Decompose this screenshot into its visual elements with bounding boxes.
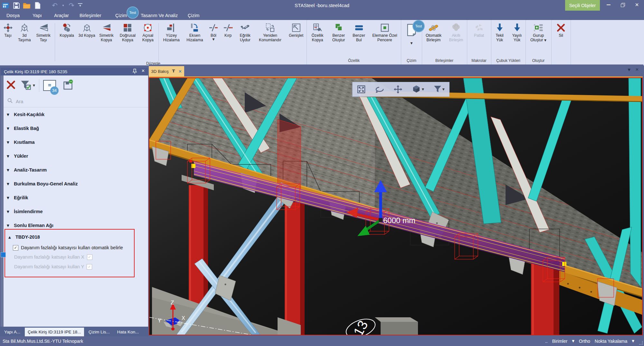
tab-celik-kiris[interactable]: Çelik Kiriş ID:3119 IPE 18... <box>25 328 84 336</box>
ribbon-button-ozellik-kopya[interactable]: Özellik Kopya <box>307 22 328 43</box>
ribbon-button-eksen-hizalama[interactable]: Eksen Hizalama <box>183 22 207 43</box>
tree-item-egrilik[interactable]: ▼Eğrilik <box>4 193 145 203</box>
tree-item-kisitlama[interactable]: ▼Kısıtlama <box>4 137 145 147</box>
tab-yapi-agaci[interactable]: Yapı A... <box>1 328 23 336</box>
checkbox-checked-disabled-icon: ✓ <box>87 254 92 260</box>
restore-button[interactable] <box>616 0 630 10</box>
ribbon-button-gurup-olustur[interactable]: Gurup Oluştur ▼ <box>526 22 551 43</box>
undo-icon[interactable]: ↶ <box>51 1 59 10</box>
tab-pin-icon[interactable] <box>171 69 176 74</box>
orbit-icon[interactable] <box>375 85 384 93</box>
filter-icon[interactable]: ▼ <box>20 80 35 91</box>
viewport-tab-row: 3D Bakış ✕ ▼ ✕ <box>149 64 643 76</box>
panel-scrollbar[interactable] <box>1 75 4 327</box>
ribbon-button-3d-kopya[interactable]: 3d Kopya <box>78 22 96 39</box>
ribbon-button-3d-tasima[interactable]: 3d Taşıma <box>16 22 33 43</box>
view-filter-icon[interactable]: ▼ <box>433 85 445 94</box>
menu-cizim-2[interactable]: Çizim <box>186 11 201 20</box>
ribbon-button-bol[interactable]: Böl ▼ <box>206 22 220 42</box>
resize-grip-icon[interactable] <box>639 341 643 345</box>
tab-list-caret-icon[interactable]: ▼ <box>628 68 630 72</box>
ribbon-button-kopyala[interactable]: Kopyala <box>56 22 78 39</box>
ribbon-button-otomatik-birlesim[interactable]: Otomatik Birleşim <box>422 22 445 43</box>
toolbar-customize-icon[interactable]: ▾ <box>78 3 82 8</box>
ribbon-group-sil: Sil <box>551 20 571 65</box>
tree-item-tbdy-2018[interactable]: ▲TBDY-2018 <box>5 233 134 241</box>
tab-close-icon[interactable]: ✕ <box>178 69 182 74</box>
ribbon-button-tekil-yuk[interactable]: Tekil Yük <box>492 22 508 43</box>
surface-align-icon <box>166 23 176 33</box>
minimize-button[interactable] <box>601 0 616 10</box>
ribbon-button-benzer-olustur[interactable]: Benzer Oluştur <box>328 22 349 43</box>
ribbon-group-label: Oluştur <box>526 58 551 65</box>
viewport-3d[interactable]: ▼ ▼ <box>149 77 643 335</box>
status-snap[interactable]: Nokta Yakalama <box>595 339 627 344</box>
tree-item-elastik-bag[interactable]: ▼Elastik Bağ <box>4 124 145 133</box>
tab-cizim-listesi[interactable]: Çizim Lis... <box>86 328 113 336</box>
save-icon[interactable] <box>12 1 20 10</box>
new-file-icon[interactable] <box>33 1 42 10</box>
menu-birlesimler[interactable]: Birleşimler <box>78 11 103 20</box>
ribbon-button-elemane-ozel-pencere[interactable]: Elemane Özel Pencere <box>369 22 401 43</box>
element-window-icon <box>380 23 390 33</box>
save-filter-icon[interactable] <box>62 80 73 91</box>
selected-objects-tab[interactable]: Seçili Objeler <box>565 0 600 11</box>
view-cube-icon[interactable]: ▼ <box>412 85 424 94</box>
menu-dosya[interactable]: Dosya <box>5 11 21 20</box>
ribbon-button-dogrusal-kopya[interactable]: Doğrusal Kopya <box>117 22 138 43</box>
panel-header[interactable]: Çelik Kiriş ID:3119 IPE 180 S235 ✕ <box>1 68 148 75</box>
ribbon-button-yayili-yuk[interactable]: Yayılı Yük <box>509 22 525 43</box>
ribbon-button-simetrik-kopya[interactable]: Simetrik Kopya <box>96 22 117 43</box>
dropdown-caret-icon: ▼ <box>422 88 424 91</box>
title-bar: ↶ ▾ ↷ ▾ STASteel -boru.steel4cad ✕ Seçil… <box>0 0 644 11</box>
ribbon-button-acisal-kopya[interactable]: Açısal Kopya <box>138 22 157 43</box>
menu-yapi[interactable]: Yapı <box>31 11 43 20</box>
tab-row-close-icon[interactable]: ✕ <box>635 67 639 72</box>
tree-item-burkulma[interactable]: ▼Burkulma Boyu-Genel Analiz <box>4 179 145 189</box>
menu-araclar[interactable]: Araçlar <box>53 11 70 20</box>
ribbon-button-simetrik-tasi[interactable]: Simetrik Taşı <box>33 22 54 43</box>
auto-connection-icon <box>429 23 438 33</box>
status-dots[interactable]: .. <box>545 339 548 344</box>
status-company: Sta Bil.Muh.Mus.Ltd.Sti.-YTU Teknopark <box>3 339 83 344</box>
tree-item-analiz-tasarim[interactable]: ▼Analiz-Tasarım <box>4 165 145 175</box>
ribbon-button-yuzey-hizalama[interactable]: Yüzey Hizalama <box>160 22 183 43</box>
docked-panel-icon[interactable] <box>1 252 6 257</box>
panel-close-icon[interactable]: ✕ <box>141 68 145 73</box>
open-folder-icon[interactable] <box>23 1 31 10</box>
close-button[interactable]: ✕ <box>630 0 644 10</box>
tab-3d-bakis[interactable]: 3D Bakış ✕ <box>149 66 184 76</box>
dropdown-caret-icon[interactable]: ▼ <box>632 340 634 343</box>
property-copy-icon <box>313 23 322 33</box>
redo-icon[interactable]: ↷ <box>67 1 76 10</box>
checkbox-checked-icon[interactable]: ✓ <box>13 245 18 251</box>
status-ortho[interactable]: Ortho <box>579 339 590 344</box>
tree-item-isimlendirme[interactable]: ▼İsimlendirme <box>4 207 145 216</box>
dropdown-caret-icon[interactable]: ▼ <box>572 340 574 343</box>
ribbon-button-tasi[interactable]: Taşı <box>0 22 16 39</box>
undo-dropdown-icon[interactable]: ▾ <box>61 1 65 10</box>
pan-icon[interactable] <box>394 85 402 94</box>
ribbon-button-kirp[interactable]: Kırp <box>221 22 236 39</box>
status-units[interactable]: Birimler <box>552 339 567 344</box>
tbdy-auto-option[interactable]: ✓ Dayanım fazlalığı katsayısı kullan oto… <box>5 243 134 252</box>
ribbon-button-egrilik-uydur[interactable]: Eğrilik Uydur <box>236 22 255 43</box>
cube-3d-icon <box>82 23 92 33</box>
menu-cizim[interactable]: Çizim <box>114 11 128 20</box>
clear-filter-icon[interactable] <box>6 80 16 91</box>
app-logo-icon[interactable] <box>1 1 10 10</box>
ribbon-button-sil[interactable]: Sil <box>552 22 570 39</box>
ribbon-group-label: Çubuk Yükleri <box>491 58 526 65</box>
pin-icon[interactable] <box>132 69 137 75</box>
tree-item-yukler[interactable]: ▼Yükler <box>4 151 145 161</box>
ribbon-button-yeniden-konumlandir[interactable]: Yeniden Konumlandır <box>255 22 286 43</box>
zoom-extents-icon[interactable] <box>357 85 365 94</box>
ribbon-button-genislet[interactable]: Genişlet <box>286 22 307 39</box>
equals-filter-button[interactable]: = 34 <box>43 80 56 91</box>
ribbon-button-benzer-bul[interactable]: Benzer Bul <box>349 22 369 43</box>
menu-tasarim-ve-analiz[interactable]: Tasarım Ve Analiz <box>139 11 179 20</box>
tab-hata-konsolu[interactable]: Hata Kon... <box>114 328 142 336</box>
tree-item-kesit-kacialik[interactable]: ▼Kesit-Kaçıklık <box>4 110 145 119</box>
search-input[interactable] <box>15 98 113 104</box>
search-box[interactable] <box>4 95 148 107</box>
